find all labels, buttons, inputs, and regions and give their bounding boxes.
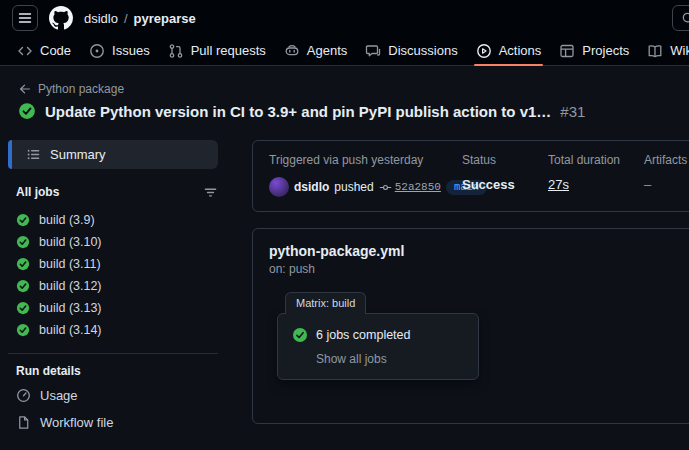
actor-action: pushed xyxy=(334,180,373,194)
sidebar-item-workflow-file[interactable]: Workflow file xyxy=(0,409,234,436)
trigger-block: Triggered via push yesterday dsidlo push… xyxy=(269,153,462,197)
filter-jobs-button[interactable] xyxy=(198,181,222,203)
tab-actions[interactable]: Actions xyxy=(467,36,551,65)
check-circle-icon xyxy=(16,301,30,315)
run-sidebar: Summary All jobs build (3.9) build (3.10… xyxy=(0,140,234,436)
jobs-header-label: All jobs xyxy=(16,185,59,199)
tab-label: Agents xyxy=(307,43,347,58)
page-title: Update Python version in CI to 3.9+ and … xyxy=(45,103,551,120)
repo-nav: Code Issues Pull requests Agents Discuss… xyxy=(0,36,689,66)
code-icon xyxy=(17,43,33,59)
breadcrumb: dsidlo / pyreparse xyxy=(84,11,196,26)
check-circle-icon xyxy=(16,279,30,293)
tab-wiki[interactable]: Wiki xyxy=(638,36,689,65)
job-label: build (3.9) xyxy=(39,213,95,227)
issue-icon xyxy=(89,43,105,59)
file-icon xyxy=(16,415,31,430)
jobs-completed-text: 6 jobs completed xyxy=(316,328,411,342)
tab-label: Pull requests xyxy=(191,43,266,58)
workflow-trigger: on: push xyxy=(269,262,689,276)
status-column: Status Success xyxy=(462,153,548,192)
meter-icon xyxy=(16,388,31,403)
avatar[interactable] xyxy=(269,177,289,197)
table-icon xyxy=(559,43,575,59)
matrix-tab[interactable]: Matrix: build xyxy=(285,292,366,314)
search-icon xyxy=(681,11,689,26)
filter-icon xyxy=(203,185,218,200)
sidebar-job-build-3-13[interactable]: build (3.13) xyxy=(0,297,234,319)
top-header: dsidlo / pyreparse xyxy=(0,0,689,36)
artifacts-label: Artifacts xyxy=(644,153,689,167)
check-circle-icon xyxy=(16,213,30,227)
summary-label: Summary xyxy=(50,147,106,162)
tab-agents[interactable]: Agents xyxy=(275,36,356,65)
check-circle-icon xyxy=(16,323,30,337)
usage-label: Usage xyxy=(40,388,78,403)
sidebar-item-summary[interactable]: Summary xyxy=(8,140,218,169)
duration-value[interactable]: 27s xyxy=(548,177,644,192)
sidebar-job-build-3-10[interactable]: build (3.10) xyxy=(0,231,234,253)
list-icon xyxy=(26,147,41,162)
commit-icon xyxy=(379,181,392,194)
discussion-icon xyxy=(365,43,381,59)
play-circle-icon xyxy=(476,43,492,59)
artifacts-value: – xyxy=(644,177,689,192)
tab-label: Issues xyxy=(112,43,150,58)
sidebar-item-usage[interactable]: Usage xyxy=(0,382,234,409)
matrix-jobs-box[interactable]: 6 jobs completed Show all jobs xyxy=(277,313,479,380)
check-circle-icon xyxy=(16,235,30,249)
run-title-row: Update Python version in CI to 3.9+ and … xyxy=(18,102,671,120)
book-icon xyxy=(647,43,663,59)
github-logo[interactable] xyxy=(49,6,73,30)
tab-code[interactable]: Code xyxy=(8,36,80,65)
breadcrumb-separator: / xyxy=(124,11,128,26)
workflow-graph-card: python-package.yml on: push Matrix: buil… xyxy=(252,228,689,424)
sidebar-divider xyxy=(8,353,218,354)
sidebar-job-build-3-11[interactable]: build (3.11) xyxy=(0,253,234,275)
check-circle-icon xyxy=(18,102,36,120)
check-circle-icon xyxy=(16,257,30,271)
duration-column: Total duration 27s xyxy=(548,153,644,192)
job-label: build (3.11) xyxy=(39,257,101,271)
tab-label: Code xyxy=(40,43,71,58)
tab-discussions[interactable]: Discussions xyxy=(356,36,466,65)
status-label: Status xyxy=(462,153,548,167)
tab-issues[interactable]: Issues xyxy=(80,36,159,65)
status-value: Success xyxy=(462,177,548,192)
jobs-section-header: All jobs xyxy=(16,181,222,203)
tab-label: Projects xyxy=(582,43,629,58)
pull-request-icon xyxy=(168,43,184,59)
run-number: #31 xyxy=(560,103,585,120)
back-to-workflow-link[interactable]: Python package xyxy=(18,82,124,96)
actor-row: dsidlo pushed 52a2850 main xyxy=(269,177,462,197)
workflow-file-label: Workflow file xyxy=(40,415,113,430)
run-summary-card: Triggered via push yesterday dsidlo push… xyxy=(252,140,689,212)
run-main: Triggered via push yesterday dsidlo push… xyxy=(252,140,689,424)
actor-name[interactable]: dsidlo xyxy=(294,180,329,194)
tab-label: Wiki xyxy=(670,43,689,58)
run-details-header: Run details xyxy=(16,364,218,378)
back-link-label: Python package xyxy=(38,82,124,96)
job-label: build (3.14) xyxy=(39,323,102,337)
sidebar-job-build-3-12[interactable]: build (3.12) xyxy=(0,275,234,297)
copilot-icon xyxy=(284,43,300,59)
duration-label: Total duration xyxy=(548,153,644,167)
tab-projects[interactable]: Projects xyxy=(550,36,638,65)
tab-label: Actions xyxy=(499,43,542,58)
artifacts-column: Artifacts – xyxy=(644,153,689,192)
job-label: build (3.12) xyxy=(39,279,102,293)
commit-link[interactable]: 52a2850 xyxy=(379,181,441,194)
hamburger-menu-button[interactable] xyxy=(12,5,38,31)
header-search[interactable] xyxy=(672,5,689,31)
job-label: build (3.10) xyxy=(39,235,102,249)
sidebar-job-build-3-14[interactable]: build (3.14) xyxy=(0,319,234,341)
sidebar-job-build-3-9[interactable]: build (3.9) xyxy=(0,209,234,231)
breadcrumb-owner[interactable]: dsidlo xyxy=(84,11,118,26)
hamburger-icon xyxy=(17,10,33,26)
commit-sha: 52a2850 xyxy=(395,181,441,193)
breadcrumb-repo[interactable]: pyreparse xyxy=(134,11,196,26)
arrow-left-icon xyxy=(18,82,32,96)
show-all-jobs-link[interactable]: Show all jobs xyxy=(316,352,387,366)
job-label: build (3.13) xyxy=(39,301,102,315)
tab-pull-requests[interactable]: Pull requests xyxy=(159,36,275,65)
